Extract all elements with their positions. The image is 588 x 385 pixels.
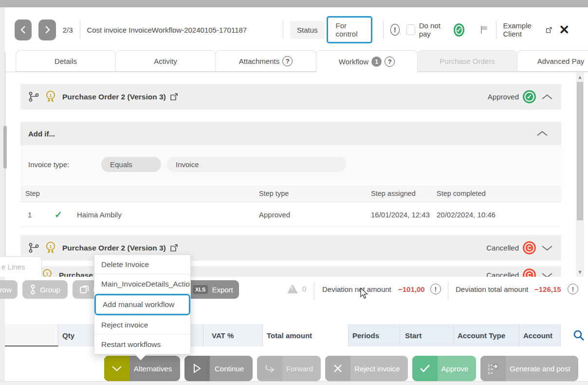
menu-item-reject-invoice[interactable]: Reject invoice: [94, 315, 190, 335]
continue-button[interactable]: Continue: [184, 356, 253, 381]
warning-count: 0: [302, 285, 306, 293]
grid-col-account[interactable]: Account: [519, 324, 561, 346]
step-row[interactable]: 1 ✓ Haima Ambily Approved 16/01/2024, 12…: [20, 202, 561, 227]
condition-operator-pill[interactable]: Equals: [101, 157, 161, 172]
workflow-count-badge: 1: [371, 57, 382, 67]
prev-invoice-button[interactable]: [15, 19, 32, 40]
grid-col-vat[interactable]: VAT %: [203, 324, 263, 346]
workflow-branch-icon: [28, 242, 40, 254]
add-if-section-header[interactable]: Add if...: [20, 122, 561, 145]
divider: [314, 282, 314, 300]
steps-table-header: Step Step type Step assigned Step comple…: [20, 185, 561, 202]
tab-attachments[interactable]: Attachments ?: [215, 50, 316, 72]
close-icon[interactable]: ✕: [559, 23, 570, 36]
grid-col-periods[interactable]: Periods: [349, 324, 400, 346]
next-invoice-button[interactable]: [38, 19, 55, 40]
flag-icon[interactable]: [479, 23, 489, 36]
left-scrollbar-thumb[interactable]: [3, 126, 7, 169]
scroll-up-arrow[interactable]: ▲: [576, 74, 584, 80]
workflow-item-po1[interactable]: 1 Purchase Order 2 (Version 3) Approved …: [20, 84, 561, 110]
generate-and-post-button[interactable]: 1 2 3 Generate and post: [480, 356, 578, 381]
modal-header: 2/3 Cost invoice InvoiceWorkflow-2024010…: [5, 7, 588, 52]
grid-col-account-type[interactable]: Account Type: [454, 324, 519, 346]
tab-workflow[interactable]: Workflow 1 ?: [316, 50, 418, 73]
svg-text:1: 1: [49, 244, 52, 249]
check-circle-icon: ✓: [454, 23, 465, 37]
divider: [448, 282, 448, 300]
workflow-branch-icon: [28, 91, 40, 103]
invoice-title: Cost invoice InvoiceWorkflow-20240105-17…: [87, 26, 247, 34]
reject-invoice-button[interactable]: Reject invoice: [325, 356, 408, 381]
menu-item-delete-invoice[interactable]: Delete Invoice: [94, 255, 190, 274]
chevron-right-icon: [44, 25, 51, 34]
divider: [283, 20, 283, 39]
alternatives-button[interactable]: Alternatives: [104, 356, 180, 381]
scroll-down-arrow[interactable]: ▼: [576, 269, 584, 275]
svg-text:3: 3: [488, 371, 490, 374]
divider: [496, 20, 496, 39]
status-value-box[interactable]: For control: [327, 16, 372, 43]
alert-circle-icon[interactable]: !: [390, 24, 400, 36]
deviation-total-label: Deviation total amount: [456, 285, 528, 293]
do-not-pay-label: Do not pay: [419, 21, 447, 38]
tab-advanced-pay[interactable]: Advanced Pay: [517, 50, 588, 72]
do-not-pay-checkbox[interactable]: [406, 24, 415, 35]
deviation-total-value: −126,15: [534, 285, 561, 293]
chevron-down-icon[interactable]: [541, 245, 553, 251]
step-number: 1: [28, 210, 32, 218]
col-step-type: Step type: [259, 190, 289, 197]
tab-invoice-lines[interactable]: e Lines: [0, 256, 42, 277]
tab-activity[interactable]: Activity: [115, 50, 216, 72]
pager-counter: 2/3: [63, 26, 73, 34]
status-cancelled-icon: C: [523, 241, 536, 254]
alert-outline-icon[interactable]: !: [568, 284, 578, 294]
step-check-icon: ✓: [55, 209, 62, 220]
xls-badge: XLS: [193, 285, 208, 294]
forward-button[interactable]: Forward: [257, 356, 321, 381]
chevron-left-icon: [20, 25, 27, 34]
deviation-net-value: −101,00: [398, 285, 425, 293]
page-left-strip: [0, 7, 5, 385]
alert-outline-icon[interactable]: !: [430, 284, 441, 294]
medal-badge-icon: 1: [45, 241, 56, 255]
grid-search-cell[interactable]: [561, 324, 588, 346]
grid-col-blank[interactable]: [5, 324, 58, 346]
medal-badge-icon: 1: [45, 90, 56, 104]
grid-col-total[interactable]: Total amount: [263, 324, 349, 346]
group-button[interactable]: Group: [22, 280, 68, 299]
tab-bar: Details Activity Attachments ? Workflow …: [5, 50, 588, 72]
help-icon[interactable]: ?: [282, 56, 293, 66]
svg-text:1: 1: [488, 364, 490, 367]
menu-item-main-invoicedetails-actions[interactable]: Main_InvoiceDetails_Actions: [94, 274, 190, 294]
lines-grid-header: Qty VAT % Total amount Periods Start Acc…: [5, 324, 588, 346]
grid-col-start[interactable]: Start: [400, 324, 454, 346]
divider: [80, 20, 80, 39]
external-link-icon[interactable]: [170, 93, 178, 101]
menu-item-add-manual-workflow[interactable]: Add manual workflow: [94, 294, 190, 315]
tab-purchase-orders: Purchase Orders: [417, 50, 517, 72]
approve-button[interactable]: Approve: [412, 356, 476, 381]
chevron-up-icon[interactable]: [536, 130, 549, 137]
external-link-icon[interactable]: [170, 244, 178, 252]
divider: [383, 20, 384, 39]
search-icon[interactable]: [572, 329, 585, 342]
step-type-value: Approved: [259, 210, 290, 218]
forward-arrow-icon: [257, 356, 282, 381]
page-footer-strip: [0, 381, 588, 385]
step-completed-value: 20/02/2024, 10:46: [437, 210, 496, 218]
generate-post-icon: 1 2 3: [480, 356, 506, 381]
tab-details[interactable]: Details: [16, 50, 116, 72]
col-step-assigned: Step assigned: [371, 190, 416, 197]
external-link-icon[interactable]: [546, 26, 552, 34]
condition-label: Invoice type:: [28, 160, 101, 169]
export-button[interactable]: XLS Export: [187, 280, 239, 299]
content-scrollbar-thumb[interactable]: [577, 82, 583, 220]
actions-context-menu: Delete Invoice Main_InvoiceDetails_Actio…: [94, 254, 191, 355]
chevron-down-icon: [104, 356, 129, 381]
client-link[interactable]: Example Client: [503, 21, 541, 38]
chevron-up-icon[interactable]: [541, 94, 553, 100]
add-row-button[interactable]: row: [0, 280, 18, 299]
help-icon[interactable]: ?: [385, 57, 395, 67]
grid-col-qty[interactable]: Qty: [58, 324, 97, 346]
condition-value-pill[interactable]: Invoice: [167, 157, 346, 172]
